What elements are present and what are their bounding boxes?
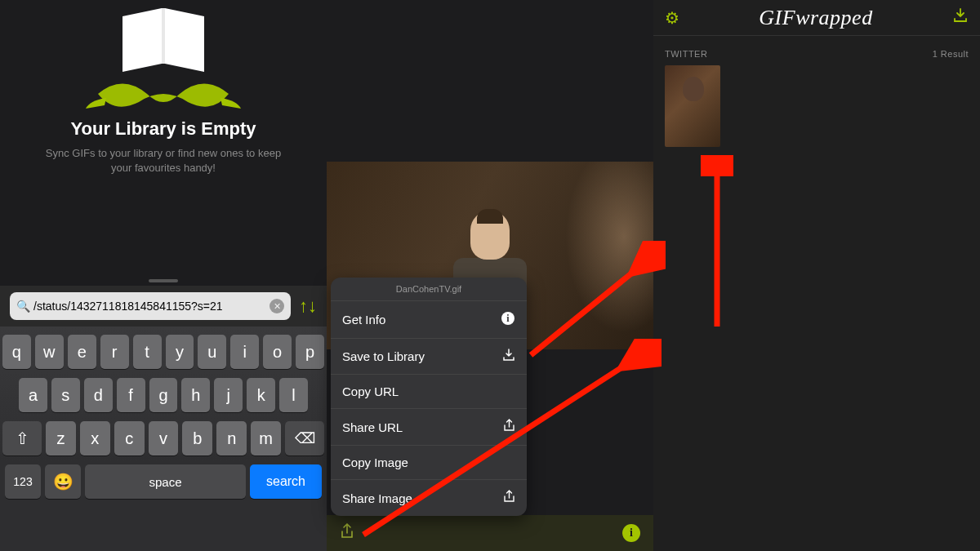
download-icon — [502, 349, 515, 364]
download-icon[interactable] — [952, 7, 969, 28]
toolbar: i — [327, 515, 653, 551]
kb-row-3: ⇧ zxcvbnm ⌫ — [2, 421, 324, 455]
sheet-item-share-image[interactable]: Share Image — [331, 480, 527, 516]
backspace-key[interactable]: ⌫ — [285, 421, 324, 455]
search-field[interactable]: 🔍 ✕ — [10, 292, 291, 320]
header: ⚙ GIFwrapped — [653, 0, 980, 36]
section-label: TWITTER — [665, 49, 707, 59]
key-b[interactable]: b — [182, 421, 212, 455]
sheet-item-copy-image[interactable]: Copy Image — [331, 446, 527, 480]
key-w[interactable]: w — [35, 335, 64, 369]
kb-row-2: asdfghjkl — [2, 378, 324, 412]
shift-key[interactable]: ⇧ — [2, 421, 42, 455]
sheet-item-label: Share URL — [342, 420, 403, 434]
sheet-item-label: Get Info — [342, 313, 385, 327]
info-icon: i — [501, 311, 515, 328]
sheet-item-copy-url[interactable]: Copy URL — [331, 375, 527, 409]
clear-icon[interactable]: ✕ — [270, 299, 284, 313]
key-e[interactable]: e — [68, 335, 96, 369]
key-l[interactable]: l — [279, 378, 308, 412]
key-m[interactable]: m — [251, 421, 281, 455]
info-icon[interactable]: i — [622, 524, 640, 542]
kb-row-1: qwertyuiop — [2, 335, 324, 369]
sheet-items: Get InfoiSave to LibraryCopy URLShare UR… — [331, 301, 527, 516]
key-x[interactable]: x — [80, 421, 110, 455]
book-icon — [110, 0, 216, 82]
keyboard[interactable]: qwertyuiop asdfghjkl ⇧ zxcvbnm ⌫ 123 😀 s… — [0, 327, 327, 551]
empty-subtitle: Sync GIFs to your library or find new on… — [0, 146, 327, 176]
sheet-item-get-info[interactable]: Get Infoi — [331, 301, 527, 339]
key-t[interactable]: t — [133, 335, 162, 369]
key-k[interactable]: k — [247, 378, 275, 412]
empty-title: Your Library is Empty — [0, 118, 327, 140]
key-f[interactable]: f — [117, 378, 145, 412]
sheet-item-label: Save to Library — [342, 349, 425, 363]
key-g[interactable]: g — [149, 378, 178, 412]
key-i[interactable]: i — [230, 335, 259, 369]
result-count: 1 Result — [933, 49, 969, 59]
key-r[interactable]: r — [100, 335, 129, 369]
brand-title: GIFwrapped — [759, 6, 872, 30]
key-c[interactable]: c — [114, 421, 145, 455]
search-row: 🔍 ✕ ↑↓ — [0, 286, 327, 327]
key-u[interactable]: u — [198, 335, 226, 369]
sheet-title: DanCohenTV.gif — [331, 278, 527, 301]
key-d[interactable]: d — [84, 378, 113, 412]
sheet-item-label: Copy URL — [342, 384, 399, 398]
key-y[interactable]: y — [166, 335, 194, 369]
section-header: TWITTER 1 Result — [653, 36, 980, 65]
space-key[interactable]: space — [85, 464, 246, 499]
key-p[interactable]: p — [296, 335, 324, 369]
share-icon — [503, 419, 515, 435]
numeric-key[interactable]: 123 — [5, 464, 41, 499]
key-h[interactable]: h — [181, 378, 210, 412]
share-icon — [503, 490, 515, 506]
action-sheet: DanCohenTV.gif Get InfoiSave to LibraryC… — [331, 278, 527, 516]
key-v[interactable]: v — [149, 421, 179, 455]
grabber-icon[interactable] — [149, 279, 178, 282]
key-z[interactable]: z — [46, 421, 76, 455]
search-icon: 🔍 — [16, 300, 30, 313]
key-n[interactable]: n — [216, 421, 247, 455]
sheet-item-label: Share Image — [342, 491, 412, 505]
share-icon[interactable] — [340, 523, 354, 544]
gif-thumbnail[interactable] — [665, 65, 720, 147]
key-s[interactable]: s — [51, 378, 80, 412]
key-q[interactable]: q — [2, 335, 31, 369]
sort-icon[interactable]: ↑↓ — [299, 295, 317, 317]
gear-icon[interactable]: ⚙ — [665, 8, 679, 28]
sheet-item-save-to-library[interactable]: Save to Library — [331, 339, 527, 375]
search-key[interactable]: search — [250, 464, 322, 499]
key-j[interactable]: j — [214, 378, 243, 412]
key-a[interactable]: a — [19, 378, 47, 412]
search-input[interactable] — [33, 300, 270, 313]
key-o[interactable]: o — [263, 335, 292, 369]
sheet-item-label: Copy Image — [342, 455, 408, 469]
emoji-key[interactable]: 😀 — [45, 464, 81, 499]
sheet-item-share-url[interactable]: Share URL — [331, 409, 527, 446]
